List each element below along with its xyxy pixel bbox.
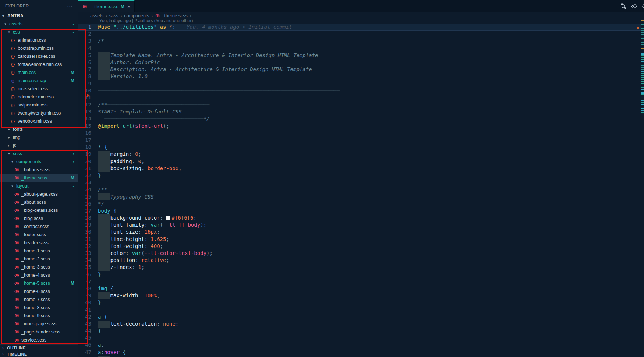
tree-item--home-3-scss[interactable]: {0}_home-3.scss bbox=[0, 263, 78, 271]
tree-item-css[interactable]: ▾css● bbox=[0, 28, 78, 36]
code-line-34[interactable]: 34position: relative; bbox=[78, 257, 641, 264]
timeline-section-header[interactable]: › TIMELINE bbox=[0, 351, 78, 357]
code-line-1[interactable]: 1@use "../utilities" as *;You, 4 months … bbox=[78, 24, 641, 31]
code-line-8[interactable]: 8Version: 1.0 bbox=[78, 73, 641, 80]
tab-theme-scss[interactable]: {0} _theme.scss M × bbox=[78, 0, 135, 12]
tree-item-main-css-map[interactable]: ◎main.css.mapM bbox=[0, 77, 78, 85]
code-line-14[interactable]: 14 ────────────────────────────────*/ bbox=[78, 115, 641, 122]
tree-item--buttons-scss[interactable]: {0}_buttons.scss bbox=[0, 166, 78, 174]
code-line-38[interactable]: 38img { bbox=[78, 285, 641, 292]
code-line-47[interactable]: 47a:hover { bbox=[78, 349, 641, 356]
code-line-44[interactable]: 44} bbox=[78, 328, 641, 335]
code-line-27[interactable]: 27body { bbox=[78, 207, 641, 214]
tree-item--header-scss[interactable]: {0}_header.scss bbox=[0, 239, 78, 247]
split-editor-icon[interactable] bbox=[641, 3, 644, 10]
code-line-3[interactable]: 3/*─────────────────────────────────────… bbox=[78, 38, 641, 45]
code-line-6[interactable]: 6Author: ColorPic bbox=[78, 59, 641, 66]
code-line-42[interactable]: 42a { bbox=[78, 314, 641, 321]
outline-section-header[interactable]: › OUTLINE bbox=[0, 344, 78, 351]
code-line-19[interactable]: 19margin: 0; bbox=[78, 151, 641, 158]
tree-item--contact-scss[interactable]: {0}_contact.scss bbox=[0, 223, 78, 231]
tree-item--theme-scss[interactable]: {0}_theme.scssM bbox=[0, 174, 78, 182]
code-line-25[interactable]: 25Typography CSS bbox=[78, 193, 641, 200]
code-line-40[interactable]: 40} bbox=[78, 299, 641, 306]
tree-item-swiper-min-css[interactable]: {}swiper.min.css bbox=[0, 101, 78, 109]
code-line-28[interactable]: 28background-color: #f6f6f6; bbox=[78, 214, 641, 221]
tree-item--home-6-scss[interactable]: {0}_home-6.scss bbox=[0, 287, 78, 295]
tree-item--blog-details-scss[interactable]: {0}_blog-details.scss bbox=[0, 206, 78, 214]
code-line-46[interactable]: 46a, bbox=[78, 342, 641, 349]
tree-item-layout[interactable]: ▾layout● bbox=[0, 182, 78, 190]
tree-item-assets[interactable]: ▾assets● bbox=[0, 20, 78, 28]
breadcrumb-item--[interactable]: ... bbox=[193, 13, 197, 18]
code-line-7[interactable]: 7Description: Antra - Architecture & Int… bbox=[78, 66, 641, 73]
more-actions-icon[interactable]: ⋯ bbox=[67, 3, 73, 9]
tree-item-fontawesome-min-css[interactable]: {}fontawesome.min.css bbox=[0, 60, 78, 69]
tree-item-carouselticker-css[interactable]: {}carouselTicker.css bbox=[0, 52, 78, 60]
tree-item--home-7-scss[interactable]: {0}_home-7.scss bbox=[0, 295, 78, 304]
code-line-10[interactable]: 10──────────────────────────────────────… bbox=[78, 87, 641, 94]
tree-item--blog-scss[interactable]: {0}_blog.scss bbox=[0, 214, 78, 223]
code-line-20[interactable]: 20padding: 0; bbox=[78, 158, 641, 165]
code-line-43[interactable]: 43text-decoration: none; bbox=[78, 321, 641, 328]
close-icon[interactable]: × bbox=[127, 3, 131, 10]
git-compare-icon[interactable] bbox=[620, 3, 627, 10]
code-editor[interactable]: 1@use "../utilities" as *;You, 4 months … bbox=[78, 24, 644, 357]
code-line-35[interactable]: 35z-index: 1; bbox=[78, 264, 641, 271]
code-line-31[interactable]: 31line-height: 1.625; bbox=[78, 236, 641, 243]
code-line-16[interactable]: 16 bbox=[78, 130, 641, 137]
tree-item--footer-scss[interactable]: {0}_footer.scss bbox=[0, 231, 78, 239]
tree-item--home-1-scss[interactable]: {0}_home-1.scss bbox=[0, 247, 78, 255]
code-line-11[interactable]: 11 bbox=[78, 94, 641, 101]
tree-item--home-5-scss[interactable]: {0}_home-5.scssM bbox=[0, 279, 78, 287]
code-line-22[interactable]: 22} bbox=[78, 172, 641, 179]
tree-item-venobox-min-css[interactable]: {}venobox.min.css bbox=[0, 117, 78, 125]
code-line-18[interactable]: 18* { bbox=[78, 144, 641, 151]
code-line-2[interactable]: 2 bbox=[78, 31, 641, 38]
code-line-4[interactable]: 4 bbox=[78, 45, 641, 52]
tree-item--page-header-scss[interactable]: {0}_page-header.scss bbox=[0, 328, 78, 336]
tree-item-components[interactable]: ▾components● bbox=[0, 158, 78, 166]
tree-item-scss[interactable]: ▾scss● bbox=[0, 150, 78, 158]
tree-item--home-9-scss[interactable]: {0}_home-9.scss bbox=[0, 312, 78, 320]
code-line-21[interactable]: 21box-sizing: border-box; bbox=[78, 165, 641, 172]
overview-ruler[interactable] bbox=[641, 15, 644, 354]
code-line-32[interactable]: 32font-weight: 400; bbox=[78, 243, 641, 250]
tree-item--home-2-scss[interactable]: {0}_home-2.scss bbox=[0, 255, 78, 263]
code-line-29[interactable]: 29font-family: var(--tl-ff-body); bbox=[78, 221, 641, 228]
tree-item--home-8-scss[interactable]: {0}_home-8.scss bbox=[0, 304, 78, 312]
tree-item--inner-page-scss[interactable]: {0}_inner-page.scss bbox=[0, 320, 78, 328]
tree-item-bootstrap-min-css[interactable]: {}bootstrap.min.css bbox=[0, 44, 78, 52]
code-line-26[interactable]: 26*/ bbox=[78, 200, 641, 207]
code-line-13[interactable]: 13START: Template Default CSS bbox=[78, 108, 641, 115]
code-line-33[interactable]: 33color: var(--tl-color-text-body); bbox=[78, 250, 641, 257]
code-line-36[interactable]: 36} bbox=[78, 271, 641, 278]
tree-item-odometer-min-css[interactable]: {}odometer.min.css bbox=[0, 93, 78, 101]
workspace-root-row[interactable]: ▾ ANTRA bbox=[0, 12, 78, 20]
code-line-45[interactable]: 45 bbox=[78, 335, 641, 342]
tree-item-img[interactable]: ▸img bbox=[0, 133, 78, 141]
tree-item-twentytwenty-min-css[interactable]: {}twentytwenty.min.css bbox=[0, 109, 78, 117]
tree-item-nice-select-css[interactable]: {}nice-select.css bbox=[0, 85, 78, 93]
code-line-15[interactable]: 15@import url($font-url); bbox=[78, 123, 641, 130]
code-line-30[interactable]: 30font-size: 16px; bbox=[78, 228, 641, 235]
code-line-37[interactable]: 37 bbox=[78, 278, 641, 285]
code-line-17[interactable]: 17 bbox=[78, 137, 641, 144]
tree-item-js[interactable]: ▸js bbox=[0, 141, 78, 150]
tree-item--about-scss[interactable]: {0}_about.scss bbox=[0, 198, 78, 206]
code-line-5[interactable]: 5Template Name: Antra - Architecture & I… bbox=[78, 52, 641, 59]
code-line-23[interactable]: 23 bbox=[78, 179, 641, 186]
tree-item-main-css[interactable]: {}main.cssM bbox=[0, 69, 78, 77]
tree-item-fonts[interactable]: ▸fonts bbox=[0, 125, 78, 133]
tree-item--about-page-scss[interactable]: {0}_about-page.scss bbox=[0, 190, 78, 198]
tree-item-animation-css[interactable]: {}animation.css bbox=[0, 36, 78, 44]
tree-item--home-4-scss[interactable]: {0}_home-4.scss bbox=[0, 271, 78, 279]
code-line-9[interactable]: 9 bbox=[78, 80, 641, 87]
open-changes-icon[interactable] bbox=[630, 3, 637, 10]
line-number: 5 bbox=[78, 52, 98, 59]
code-line-12[interactable]: 12/**───────────────────────────────── bbox=[78, 101, 641, 108]
code-line-39[interactable]: 39max-width: 100%; bbox=[78, 292, 641, 299]
code-line-41[interactable]: 41 bbox=[78, 307, 641, 314]
tree-item-service-scss[interactable]: {0}service.scss bbox=[0, 336, 78, 344]
code-line-24[interactable]: 24/** bbox=[78, 186, 641, 193]
